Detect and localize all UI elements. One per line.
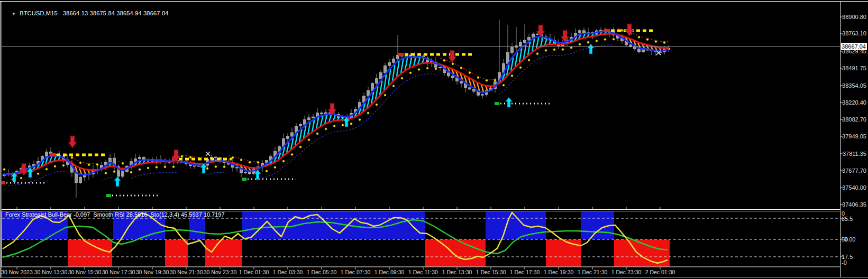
yellow-dot xyxy=(469,72,471,74)
candle-body xyxy=(642,50,645,52)
time-axis-label: 30 Nov 15:30 xyxy=(68,269,102,275)
yellow-dot xyxy=(621,30,623,32)
time-axis-label: 1 Dec 09:30 xyxy=(374,269,405,275)
yellow-dot xyxy=(638,36,640,38)
yellow-dot xyxy=(604,38,606,40)
yellow-dot xyxy=(181,155,183,157)
yellow-dot xyxy=(367,112,369,114)
yellow-dot xyxy=(333,125,335,127)
yellow-dot xyxy=(392,85,395,87)
yellow-dot xyxy=(350,123,352,125)
candle-body xyxy=(469,88,471,89)
time-axis-label: 30 Nov 13:30 xyxy=(34,269,68,275)
yellow-dot xyxy=(519,67,522,69)
yellow-dot xyxy=(164,166,166,168)
yellow-dot xyxy=(88,164,90,166)
time-axis-label: 1 Dec 01:30 xyxy=(239,269,269,275)
time-axis-label: 30 Nov 23:30 xyxy=(204,269,237,275)
candle-body xyxy=(45,152,48,156)
candle-body xyxy=(447,73,450,76)
candle-body xyxy=(452,76,454,78)
support-start-block xyxy=(242,178,246,181)
indicator-axis-label: 0.00 xyxy=(844,236,855,243)
price-axis-label: 38354.05 xyxy=(842,82,866,89)
price-axis-label: 37949.05 xyxy=(842,133,866,140)
time-axis-label: 1 Dec 15:30 xyxy=(476,269,506,275)
yellow-dot xyxy=(105,172,107,174)
price-axis-label: 37811.35 xyxy=(843,151,866,157)
price-axis-label: 38763.10 xyxy=(842,30,866,36)
bear-block xyxy=(205,240,242,267)
yellow-dot xyxy=(299,146,301,148)
price-axis-label: 38491.75 xyxy=(842,65,866,71)
chart-title-row: ▼BTCUSD,M1538664.13 38675.84 38654.94 38… xyxy=(5,4,169,23)
yellow-dot xyxy=(113,171,115,173)
candle-body xyxy=(291,133,294,136)
resistance-start-block xyxy=(398,53,404,56)
yellow-dot xyxy=(215,165,217,168)
candle-body xyxy=(308,118,310,120)
candle-body xyxy=(524,40,526,42)
candle-body xyxy=(312,117,315,118)
time-axis-label: 1 Dec 11:30 xyxy=(408,269,438,275)
candle-body xyxy=(380,73,382,79)
candle-body xyxy=(439,67,442,68)
time-axis-label: 30 Nov 2023 xyxy=(1,269,33,275)
yellow-dot xyxy=(376,104,378,106)
yellow-dot xyxy=(359,118,361,120)
yellow-dot xyxy=(325,128,327,130)
mt4-chart-window: 38900.8038763.1038629.4538491.7538354.05… xyxy=(0,0,868,279)
yellow-dot xyxy=(570,46,572,49)
yellow-dot xyxy=(266,170,268,172)
yellow-dot xyxy=(249,161,251,163)
yellow-dot xyxy=(37,173,39,175)
symbol-period-label: BTCUSD,M15 xyxy=(20,10,58,16)
time-axis-label: 1 Dec 07:30 xyxy=(341,269,371,275)
time-axis-label: 2 Dec 01:30 xyxy=(645,269,675,275)
yellow-dot xyxy=(443,59,445,61)
candle-body xyxy=(109,158,112,162)
yellow-dot xyxy=(536,53,538,55)
time-axis-label: 30 Nov 19:30 xyxy=(136,269,169,275)
yellow-dot xyxy=(223,166,225,168)
candle-body xyxy=(528,37,531,40)
resistance-start-block xyxy=(604,29,610,32)
yellow-dot xyxy=(240,159,242,161)
symbol-dropdown-icon[interactable]: ▼ xyxy=(12,12,16,16)
yellow-dot xyxy=(460,67,462,69)
ohlc-values: 38664.13 38675.84 38654.94 38667.04 xyxy=(63,10,169,16)
yellow-dot xyxy=(274,166,276,169)
yellow-dot xyxy=(401,77,403,79)
time-axis-label: 1 Dec 21:30 xyxy=(578,269,608,275)
yellow-dot xyxy=(511,75,513,77)
yellow-dot xyxy=(147,167,149,169)
yellow-dot xyxy=(587,41,589,43)
yellow-dot xyxy=(282,160,285,162)
yellow-dot xyxy=(189,156,191,159)
yellow-dot xyxy=(613,38,615,40)
current-price-label: 38667.04 xyxy=(842,43,866,50)
yellow-dot xyxy=(342,124,344,126)
bear-block xyxy=(165,240,188,267)
candle-body xyxy=(287,136,289,138)
chart-canvas[interactable]: 38900.8038763.1038629.4538491.7538354.05… xyxy=(0,0,868,279)
yellow-dot xyxy=(435,68,437,70)
yellow-dot xyxy=(130,171,132,173)
support-start-block xyxy=(106,194,111,197)
candle-body xyxy=(583,31,586,33)
yellow-dot xyxy=(316,133,318,135)
yellow-dot xyxy=(172,165,175,168)
yellow-dot xyxy=(579,43,581,45)
yellow-dot xyxy=(122,162,124,164)
yellow-dot xyxy=(54,165,56,168)
yellow-dot xyxy=(502,84,505,86)
yellow-dot xyxy=(477,77,479,79)
price-axis-label: 38082.70 xyxy=(842,116,866,123)
yellow-dot xyxy=(62,164,65,166)
candle-body xyxy=(511,48,514,53)
yellow-dot xyxy=(646,39,648,41)
yellow-dot xyxy=(308,139,310,141)
time-axis-label: 30 Nov 21:30 xyxy=(170,269,203,275)
bull-block xyxy=(242,212,425,239)
yellow-dot xyxy=(528,59,530,61)
